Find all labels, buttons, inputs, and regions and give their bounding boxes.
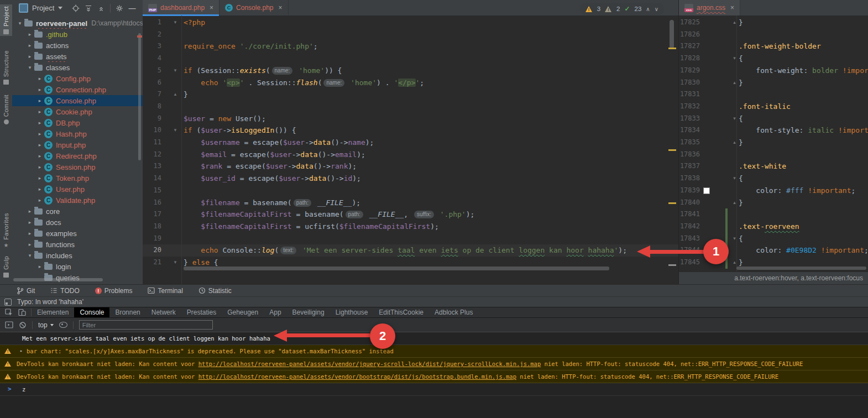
tree-item-token-php[interactable]: ▸CToken.php: [12, 173, 143, 184]
fold-icon[interactable]: ▴: [731, 77, 738, 89]
css-line-17825[interactable]: 17825▴}: [679, 17, 868, 29]
css-line-17837[interactable]: 17837.text-white: [679, 160, 868, 173]
tree-item-classes[interactable]: ▾classes: [12, 62, 143, 73]
code-line-14[interactable]: 14 $user_id = escape($user->data()->id);: [143, 173, 678, 185]
chevron-right-icon[interactable]: ▸: [35, 76, 44, 81]
code-line-2[interactable]: 2: [143, 29, 678, 41]
code-line-16[interactable]: 16 $filename = basename(path: __FILE__);: [143, 197, 678, 209]
tree-item-input-php[interactable]: ▸CInput.php: [12, 139, 143, 150]
code-line-4[interactable]: 4: [143, 53, 678, 65]
tree-item-functions[interactable]: ▸functions: [12, 239, 143, 250]
chevron-right-icon[interactable]: ▸: [25, 32, 34, 37]
close-icon[interactable]: ×: [210, 4, 213, 12]
code-line-17[interactable]: 17 $filenameCapitalFirst = basename(path…: [143, 208, 678, 221]
css-line-17842[interactable]: 17842.text-roerveen: [679, 221, 868, 233]
css-line-17827[interactable]: 17827.font-weight-bolder: [679, 40, 868, 53]
tree-item-redirect-php[interactable]: ▸CRedirect.php: [12, 150, 143, 161]
chevron-right-icon[interactable]: ▸: [35, 197, 44, 203]
css-line-17835[interactable]: 17835▴}: [679, 137, 868, 149]
chevron-right-icon[interactable]: ▸: [25, 54, 34, 59]
console-warning-message[interactable]: !▸bar chart: "scales.[x/y]Axes.maxBarThi…: [0, 345, 868, 358]
console-sidebar-icon[interactable]: [5, 321, 13, 328]
tree-item-includes[interactable]: ▾includes: [12, 250, 143, 261]
chevron-right-icon[interactable]: ▸: [25, 43, 34, 48]
code-line-11[interactable]: 11 $username = escape($user->data()->nam…: [143, 137, 678, 149]
editor-tab-dashboard-php[interactable]: dashboard.php ×: [143, 0, 219, 15]
editor-hscrollbar[interactable]: [184, 267, 609, 270]
fold-icon[interactable]: ▴: [171, 88, 179, 101]
tree-item-db-php[interactable]: ▸CDB.php: [12, 117, 143, 128]
editor-tab-argon-css[interactable]: argon.css ×: [679, 0, 740, 15]
devtools-tab-bronnen[interactable]: Bronnen: [109, 307, 145, 317]
tree-item-connection-php[interactable]: ▸CConnection.php: [12, 84, 143, 95]
inspect-element-icon[interactable]: [5, 309, 13, 316]
error-stripe-mark[interactable]: [668, 48, 676, 49]
devtools-tab-geheugen[interactable]: Geheugen: [222, 307, 264, 317]
code-line-1[interactable]: 1▾<?php: [143, 17, 678, 29]
devtools-tab-console[interactable]: Console: [74, 307, 109, 317]
tree-item-cookie-php[interactable]: ▸CCookie.php: [12, 106, 143, 117]
chevron-down-icon[interactable]: [58, 7, 62, 9]
tree-item-login[interactable]: ▸login: [12, 261, 143, 272]
css-line-17839[interactable]: 17839 color: #fff !important;: [679, 185, 868, 197]
code-line-19[interactable]: 19: [143, 233, 678, 245]
collapse-all-icon[interactable]: [97, 4, 105, 12]
devtools-tab-adblock-plus[interactable]: Adblock Plus: [429, 307, 478, 317]
chevron-right-icon[interactable]: ▸: [35, 142, 44, 148]
chevron-right-icon[interactable]: ▸: [35, 131, 44, 137]
fold-icon[interactable]: ▾: [731, 233, 738, 245]
project-tree-hscrollbar[interactable]: [13, 278, 103, 281]
code-line-5[interactable]: 5▾if (Session::exists(name: 'home')) {: [143, 65, 678, 77]
toolwindow-statistic[interactable]: Statistic: [198, 287, 232, 295]
code-line-20[interactable]: 20 echo Console::log(text: 'Met een serv…: [143, 244, 678, 257]
chevron-down-icon[interactable]: ▾: [15, 20, 24, 26]
console-filter-input[interactable]: [79, 320, 213, 330]
prompt-input-text[interactable]: z: [22, 383, 25, 395]
css-line-17840[interactable]: 17840▴}: [679, 197, 868, 209]
tree-item-user-php[interactable]: ▸CUser.php: [12, 184, 143, 195]
code-line-12[interactable]: 12 $email = escape($user->data()->email)…: [143, 149, 678, 161]
breadcrumb[interactable]: a.text-roerveen:hover, a.text-roerveen:f…: [679, 271, 868, 284]
code-line-13[interactable]: 13 $rank = escape($user->data()->rank);: [143, 160, 678, 173]
chevron-right-icon[interactable]: ▸: [25, 220, 34, 225]
console-warning-message[interactable]: !DevTools kan bronkaart niet laden: Kan …: [0, 358, 868, 370]
chevron-right-icon[interactable]: ▸: [35, 186, 44, 192]
fold-icon[interactable]: ▾: [731, 173, 738, 185]
close-icon[interactable]: ×: [278, 4, 282, 12]
chevron-right-icon[interactable]: ▸: [35, 153, 44, 159]
css-editor-hscrollbar[interactable]: [736, 267, 866, 270]
tree-item-assets[interactable]: ▸assets: [12, 51, 143, 62]
fold-icon[interactable]: ▾: [731, 53, 738, 65]
chevron-right-icon[interactable]: ▸: [35, 164, 44, 170]
devtools-tab-prestaties[interactable]: Prestaties: [181, 307, 222, 317]
editor-tab-console-php[interactable]: C Console.php ×: [219, 0, 288, 15]
chevron-right-icon[interactable]: ▸: [35, 109, 44, 114]
project-tree-scrollbar[interactable]: [138, 33, 141, 160]
toolwindow-terminal[interactable]: Terminal: [148, 287, 182, 295]
chevron-right-icon[interactable]: ▸: [25, 231, 34, 236]
code-line-9[interactable]: 9$user = new User();: [143, 113, 678, 125]
live-expression-icon[interactable]: [59, 322, 67, 328]
fold-icon[interactable]: ▾: [171, 124, 179, 137]
close-icon[interactable]: ×: [730, 4, 734, 12]
code-line-8[interactable]: 8: [143, 101, 678, 113]
tree-item-examples[interactable]: ▸examples: [12, 228, 143, 239]
tree-item-actions[interactable]: ▸actions: [12, 40, 143, 51]
tree-item-console-php[interactable]: ▸CConsole.php: [12, 95, 143, 106]
css-line-17832[interactable]: 17832.font-italic: [679, 101, 868, 113]
chevron-right-icon[interactable]: ▸: [35, 98, 44, 103]
tree-item-docs[interactable]: ▸docs: [12, 217, 143, 228]
chevron-right-icon[interactable]: ▸: [25, 242, 34, 247]
devtools-tab-beveiliging[interactable]: Beveiliging: [287, 307, 330, 317]
inspections-widget[interactable]: ! 3 ! 2 ✓ 23 ∧ ∨: [580, 3, 664, 15]
devtools-tab-lighthouse[interactable]: Lighthouse: [330, 307, 374, 317]
css-line-17828[interactable]: 17828▾{: [679, 53, 868, 65]
chevron-right-icon[interactable]: ▸: [35, 87, 44, 92]
console-log-message[interactable]: Met een server-sides taal even iets op d…: [0, 332, 868, 345]
code-line-7[interactable]: 7▴}: [143, 88, 678, 101]
fold-icon[interactable]: ▾: [171, 17, 179, 29]
gear-icon[interactable]: [116, 4, 123, 12]
fold-icon[interactable]: ▾: [171, 257, 179, 269]
code-editor[interactable]: 1▾<?php23require_once './core/init.php';…: [143, 15, 678, 284]
devtools-tab-netwerk[interactable]: Netwerk: [146, 307, 181, 317]
